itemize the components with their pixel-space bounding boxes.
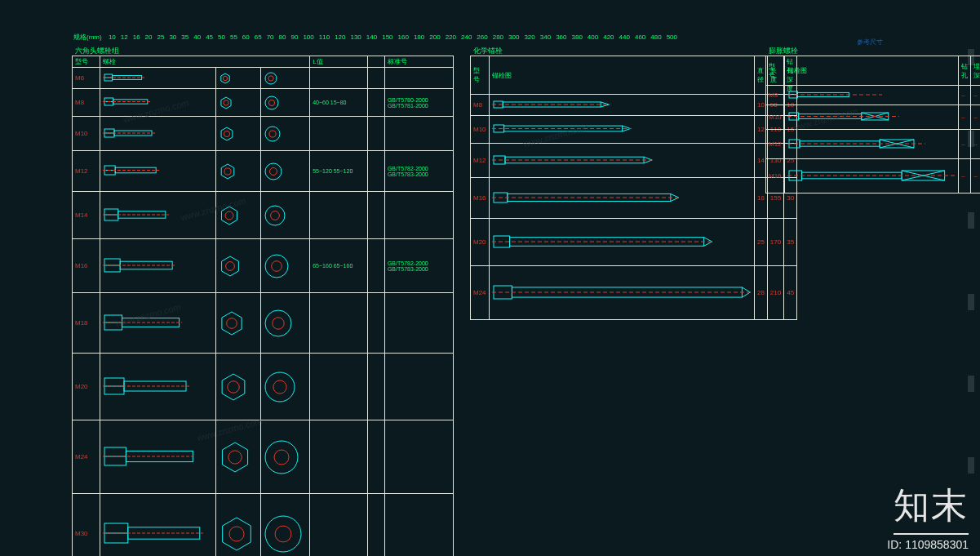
hex-bolt-icon [103,314,183,333]
cell-std [384,192,453,239]
table-row: M16 65~160 65~160 GB/T5782-2000 GB/T5783… [73,239,454,293]
hex-nut-icon [219,255,242,278]
hex-bolt-icon [103,127,155,140]
table-row: M10 12 110 15 [471,116,797,144]
cell-washer [261,117,310,151]
svg-point-47 [272,260,282,271]
expansion-bolt-table: 型号锚栓图钻孔埋深总长度 M8 – – – M10 – – – M12 [765,56,980,193]
hex-nut-icon [219,72,232,85]
cell-nut [215,293,261,354]
cell-spec: M8 [471,95,490,116]
hex-bolt-icon [103,376,189,398]
cell-drill: 45 [784,266,797,320]
cell-gap [368,192,385,239]
hex-bolt-icon [103,96,151,109]
svg-point-79 [275,526,291,542]
cell-std [384,494,453,557]
svg-point-15 [269,100,275,105]
table-header-row: 型号锚栓图钻孔埋深总长度 [766,56,981,86]
hex-bolt-icon [103,446,196,469]
exp-anchor-icon [787,138,925,151]
cell-gap [368,494,385,557]
ruler-tick: 25 [157,33,165,41]
hex-bolt-icon [103,73,145,84]
cell-bolt [100,420,215,494]
svg-point-45 [225,261,234,270]
washer-icon [264,309,293,338]
chem-anchor-icon [492,154,654,167]
cell-drawing [489,219,754,266]
cell-l: 40~60 15~80 [310,89,368,117]
col-spec: 型号 [73,56,100,68]
washer-icon [264,71,278,86]
cell-washer [261,239,310,293]
hex-nut-icon [219,162,237,180]
cell-std: GB/T5782-2000 GB/T5783-2000 [384,151,453,192]
cell-washer [261,293,310,354]
hex-nut-icon [219,126,235,142]
cell-washer [261,68,310,89]
cell-washer [261,354,310,420]
ruler-tick: 90 [290,33,298,41]
table-row: M20 25 170 35 [471,219,797,266]
col-std: 标准号 [384,56,453,68]
cell-L: 210 [767,266,783,320]
cell-gap [368,354,385,420]
table-row: M12 55~120 55~120 GB/T5782-2000 GB/T5783… [73,151,454,192]
cell-d: 28 [754,266,767,320]
svg-point-6 [265,73,277,84]
cell-spec: M18 [73,293,100,354]
cell-spec: M6 [73,68,100,89]
ruler-tick: 60 [242,33,250,41]
washer-icon [264,253,290,279]
exp-anchor-icon [787,169,956,184]
ruler-tick: 50 [218,33,225,41]
svg-marker-60 [222,374,245,400]
svg-point-38 [265,206,285,225]
ruler-tick: 120 [335,33,345,41]
cell-d: 25 [754,219,767,266]
cell-l [310,68,368,89]
svg-point-7 [268,75,273,80]
table-row: M16 – – – [766,159,981,193]
ruler-tick: 65 [255,33,262,41]
cell-l [310,192,368,239]
ruler-tick: 150 [382,33,392,41]
hex-bolt-table: 型号螺栓L值标准号 M6 M8 [72,56,454,556]
ruler-tick: 45 [206,33,213,41]
svg-marker-4 [220,73,228,83]
svg-point-63 [273,380,286,393]
svg-point-71 [274,450,289,465]
ruler: 规格(mm) 101216202530354045505560657080901… [73,33,687,42]
table-header-row: 型号锚栓图直径长度钻孔深度 [471,56,797,95]
cell-std: GB/T5782-2000 GB/T5783-2000 [384,239,453,293]
table3-mid-title: 参考尺寸 [857,38,883,47]
svg-point-55 [273,317,284,328]
cell-drawing [784,159,959,193]
cell-L: 170 [767,219,783,266]
cell-nut [215,151,261,192]
table-row: M30 [73,494,454,557]
svg-point-31 [270,167,277,175]
cell-l: 55~120 55~120 [310,151,368,192]
cell-l: 65~160 65~160 [310,239,368,293]
cell-gap [368,420,385,494]
svg-point-37 [225,211,233,220]
cell-spec: M12 [73,151,100,192]
table-row: M24 28 210 45 [471,266,797,320]
cell-drawing [489,95,754,116]
hex-bolt-icon [103,164,159,178]
cell-spec: M12 [766,130,785,159]
cell-spec: M10 [73,117,100,151]
table-row: M8 – – – [766,86,981,105]
ruler-tick: 70 [267,33,274,41]
ruler-tick: 160 [398,33,409,41]
ruler-tick: 340 [540,33,551,41]
svg-marker-36 [221,207,237,225]
ruler-tick: 360 [556,33,566,41]
cell-washer [261,192,310,239]
hex-nut-icon [219,96,233,110]
cell-l [310,354,368,420]
table-row: M6 [73,68,454,89]
cell-bolt [100,494,215,557]
